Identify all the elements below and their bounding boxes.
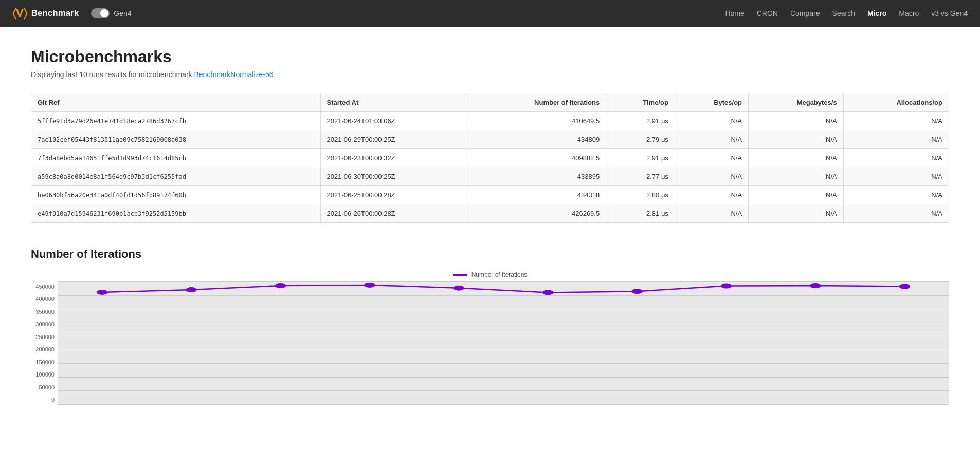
y-axis-label: 50000 [31,384,55,390]
nav-link-home[interactable]: Home [725,9,744,17]
cell-git-ref: 7f3da8ebd5aa14651ffe5d1d993d74c1614d85cb [31,149,321,167]
y-axis-label: 350000 [31,309,55,315]
legend-label: Number of Iterations [471,271,528,278]
cell-started-at: 2021-06-23T00:00:32Z [320,149,466,167]
logo-icon: 〈V〉 [12,7,27,20]
table-row: 5fffe91d3a79d26e41e741d18eca2786d3267cfb… [31,112,949,130]
chart-legend: Number of Iterations [31,271,949,278]
cell-iterations: 434318 [466,186,606,204]
cell-bytes-op: N/A [675,149,748,167]
y-axis-label: 0 [31,397,55,403]
table-header-row: Git Ref Started At Number of Iterations … [31,93,949,112]
y-axis-label: 300000 [31,321,55,327]
cell-time-op: 2.91 μs [606,112,675,130]
cell-bytes-op: N/A [675,204,748,223]
y-axis-label: 100000 [31,371,55,378]
nav-link-compare[interactable]: Compare [790,9,820,17]
svg-point-3 [364,283,375,288]
col-header-bytes-op: Bytes/op [675,93,748,112]
nav-link-cron[interactable]: CRON [757,9,778,17]
cell-megabytes: N/A [749,204,844,223]
nav-item-home: Home [725,9,744,18]
cell-bytes-op: N/A [675,130,748,149]
cell-megabytes: N/A [749,186,844,204]
navbar: 〈V〉 Benchmark Gen4 Home CRON Compare Sea… [0,0,980,27]
chart-area: 4500004000003500003000002500002000001500… [31,281,949,405]
nav-item-cron: CRON [757,9,778,18]
svg-point-8 [810,283,821,288]
chart-title: Number of Iterations [31,248,949,261]
legend-line-icon [453,274,467,276]
table-row: 7ae102cef05443f813511ae09c7582169008a038… [31,130,949,149]
cell-started-at: 2021-06-24T01:03:06Z [320,112,466,130]
chart-svg [58,281,949,405]
y-axis-label: 200000 [31,346,55,352]
nav-item-search: Search [832,9,855,18]
cell-git-ref: e49f910a7d15946231f690b1acb3f9252d5159bb [31,204,321,223]
nav-item-compare: Compare [790,9,820,18]
cell-git-ref: a59c8a0a8d0014e8a1f564d9c97b3d1cf6255fad [31,167,321,186]
cell-iterations: 434809 [466,130,606,149]
cell-time-op: 2.81 μs [606,204,675,223]
cell-megabytes: N/A [749,167,844,186]
svg-point-4 [453,286,464,291]
nav-item-micro: Micro [867,9,886,18]
cell-megabytes: N/A [749,149,844,167]
gen4-toggle-group: Gen4 [91,8,131,18]
cell-time-op: 2.77 μs [606,167,675,186]
gen4-toggle-switch[interactable] [91,8,110,18]
table-row: a59c8a0a8d0014e8a1f564d9c97b3d1cf6255fad… [31,167,949,186]
svg-point-9 [899,284,910,289]
nav-item-macro: Macro [899,9,919,18]
logo[interactable]: 〈V〉 Benchmark [12,7,79,20]
table-row: 7f3da8ebd5aa14651ffe5d1d993d74c1614d85cb… [31,149,949,167]
nav-link-v3gen4[interactable]: v3 vs Gen4 [931,9,968,17]
benchmark-link[interactable]: BenchmarkNormalize-56 [194,70,273,79]
cell-alloc-op: N/A [843,130,949,149]
cell-bytes-op: N/A [675,186,748,204]
svg-point-5 [542,290,554,295]
svg-point-7 [721,284,732,289]
nav-links: Home CRON Compare Search Micro Macro v3 … [725,9,968,18]
cell-git-ref: be0630bf56a20e341a0df40fd1d56fb89174f60b [31,186,321,204]
col-header-started-at: Started At [320,93,466,112]
cell-time-op: 2.91 μs [606,149,675,167]
nav-link-macro[interactable]: Macro [899,9,919,17]
page-title: Microbenchmarks [31,47,949,66]
cell-iterations: 409882.5 [466,149,606,167]
col-header-iterations: Number of Iterations [466,93,606,112]
logo-text: Benchmark [31,8,79,18]
cell-alloc-op: N/A [843,149,949,167]
cell-started-at: 2021-06-26T00:00:28Z [320,204,466,223]
nav-item-v3gen4: v3 vs Gen4 [931,9,968,18]
col-header-time-op: Time/op [606,93,675,112]
cell-git-ref: 5fffe91d3a79d26e41e741d18eca2786d3267cfb [31,112,321,130]
col-header-megabytes: Megabytes/s [749,93,844,112]
col-header-git-ref: Git Ref [31,93,321,112]
subtitle: Displaying last 10 runs results for micr… [31,70,949,79]
cell-alloc-op: N/A [843,204,949,223]
svg-point-2 [275,283,286,288]
cell-megabytes: N/A [749,112,844,130]
cell-iterations: 410649.5 [466,112,606,130]
table-row: be0630bf56a20e341a0df40fd1d56fb89174f60b… [31,186,949,204]
gen4-toggle-label: Gen4 [114,9,131,17]
cell-alloc-op: N/A [843,186,949,204]
table-body: 5fffe91d3a79d26e41e741d18eca2786d3267cfb… [31,112,949,223]
y-axis-label: 400000 [31,296,55,302]
results-table: Git Ref Started At Number of Iterations … [31,93,949,223]
cell-started-at: 2021-06-29T00:00:25Z [320,130,466,149]
svg-point-6 [631,289,643,294]
cell-bytes-op: N/A [675,112,748,130]
cell-megabytes: N/A [749,130,844,149]
cell-time-op: 2.80 μs [606,186,675,204]
cell-iterations: 433895 [466,167,606,186]
nav-link-micro[interactable]: Micro [867,9,886,17]
cell-started-at: 2021-06-25T00:00:28Z [320,186,466,204]
nav-link-search[interactable]: Search [832,9,855,17]
cell-started-at: 2021-06-30T00:00:25Z [320,167,466,186]
svg-point-0 [97,290,108,295]
cell-alloc-op: N/A [843,167,949,186]
cell-iterations: 426269.5 [466,204,606,223]
main-content: Microbenchmarks Displaying last 10 runs … [0,27,980,470]
